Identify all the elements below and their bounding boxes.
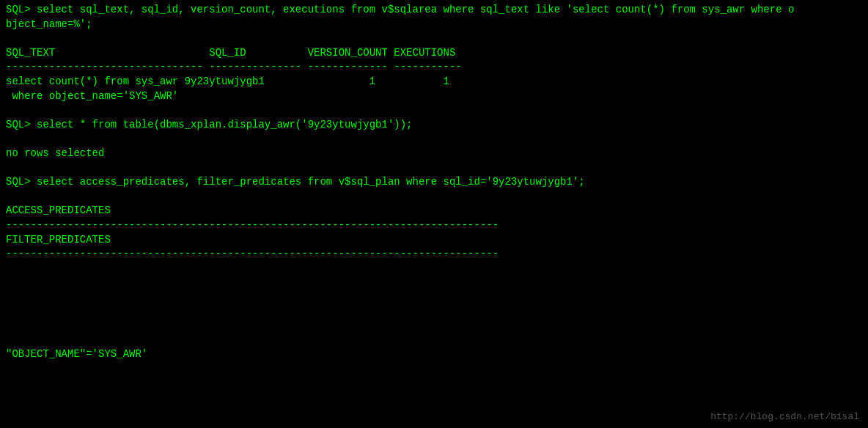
terminal-line: ----------------------------------------… bbox=[6, 247, 862, 262]
terminal-line: FILTER_PREDICATES bbox=[6, 233, 862, 248]
terminal-line: -------------------------------- -------… bbox=[6, 60, 862, 75]
terminal-line: SQL> select access_predicates, filter_pr… bbox=[6, 175, 862, 190]
terminal-line: "OBJECT_NAME"='SYS_AWR' bbox=[6, 347, 862, 362]
terminal-line bbox=[6, 103, 862, 118]
terminal-line: where object_name='SYS_AWR' bbox=[6, 89, 862, 104]
terminal-line bbox=[6, 276, 862, 290]
terminal-line: SQL> select sql_text, sql_id, version_co… bbox=[6, 3, 862, 18]
terminal-line: SQL_TEXT SQL_ID VERSION_COUNT EXECUTIONS bbox=[6, 46, 862, 61]
terminal-line bbox=[6, 333, 862, 348]
terminal-line: SQL> select * from table(dbms_xplan.disp… bbox=[6, 118, 862, 133]
terminal-line: select count(*) from sys_awr 9y23ytuwjyg… bbox=[6, 75, 862, 89]
terminal-line bbox=[6, 319, 862, 333]
terminal-line bbox=[6, 32, 862, 46]
terminal-line: ----------------------------------------… bbox=[6, 218, 862, 233]
terminal-line bbox=[6, 161, 862, 176]
terminal-line bbox=[6, 304, 862, 319]
terminal-window: SQL> select sql_text, sql_id, version_co… bbox=[0, 0, 868, 428]
terminal-line bbox=[6, 132, 862, 147]
terminal-line bbox=[6, 190, 862, 204]
terminal-line bbox=[6, 262, 862, 276]
terminal-output: SQL> select sql_text, sql_id, version_co… bbox=[6, 3, 862, 362]
watermark: http://blog.csdn.net/bisal bbox=[710, 411, 859, 422]
terminal-line: bject_name=%'; bbox=[6, 18, 862, 32]
terminal-line: no rows selected bbox=[6, 147, 862, 161]
terminal-line: ACCESS_PREDICATES bbox=[6, 204, 862, 218]
terminal-line bbox=[6, 290, 862, 305]
